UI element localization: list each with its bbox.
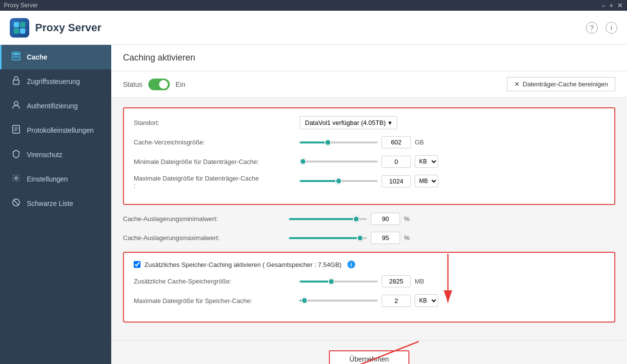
- max-file-unit-select[interactable]: MB GB: [415, 175, 438, 187]
- sidebar-item-cache[interactable]: Cache: [0, 45, 111, 69]
- shield-icon: [11, 149, 21, 160]
- auslagerungs-max-slider[interactable]: [289, 237, 367, 239]
- cache-dir-unit: GB: [415, 139, 429, 146]
- min-file-input[interactable]: [382, 156, 411, 168]
- max-speicher-row: Maximale Dateigröße für Speicher-Cache: …: [134, 294, 605, 307]
- status-bar: Status Ein ✕ Datenträger-Cache bereinige…: [111, 71, 627, 98]
- auslagerungs-max-control: %: [289, 232, 615, 244]
- section-title: Caching aktivieren: [123, 53, 195, 62]
- max-file-input[interactable]: [382, 175, 411, 187]
- cache-dir-input[interactable]: [382, 136, 411, 148]
- max-speicher-control: KB MB: [300, 294, 605, 307]
- info-icon[interactable]: i: [606, 22, 617, 34]
- logo-icon: [10, 18, 29, 38]
- speicher-checkbox[interactable]: [134, 261, 141, 268]
- clear-cache-label: Datenträger-Cache bereinigen: [523, 81, 608, 88]
- auslagerungs-max-input[interactable]: [371, 232, 400, 244]
- auslagerungs-min-slider[interactable]: [289, 218, 367, 220]
- auslagerungs-min-unit: %: [404, 215, 419, 222]
- standort-dropdown[interactable]: DataVol1 verfügbar (4.05TB) ▾: [300, 116, 397, 129]
- toggle-switch[interactable]: [148, 79, 170, 90]
- dropdown-arrow-icon: ▾: [388, 119, 392, 126]
- sidebar-label-virenschutz: Virenschutz: [27, 151, 62, 159]
- info-tooltip-icon[interactable]: i: [347, 261, 355, 268]
- auslagerungs-min-label: Cache-Auslagerungsminimalwert:: [123, 215, 289, 222]
- user-icon: [11, 101, 21, 111]
- max-speicher-label: Maximale Dateigröße für Speicher-Cache:: [134, 297, 300, 304]
- app-logo: Proxy Server: [10, 18, 101, 38]
- maximize-button[interactable]: +: [609, 1, 613, 9]
- cache-dir-label: Cache-Verzeichnisgröße:: [134, 139, 300, 146]
- clear-cache-button[interactable]: ✕ Datenträger-Cache bereinigen: [507, 77, 615, 91]
- speicher-checkbox-row: Zusätzliches Speicher-Caching aktivieren…: [134, 261, 605, 268]
- auslagerungs-min-row: Cache-Auslagerungsminimalwert: %: [123, 213, 615, 225]
- titlebar-controls: – + ✕: [602, 1, 623, 9]
- sidebar-label-schwarze-liste: Schwarze Liste: [27, 200, 73, 207]
- main-layout: Cache Zugriffssteuerung Authentifizierun…: [0, 45, 627, 364]
- apply-button[interactable]: Übernehmen: [329, 350, 409, 364]
- sidebar-item-einstellungen[interactable]: Einstellungen: [0, 167, 111, 191]
- toggle-slider: [148, 79, 170, 90]
- unfenced-rows: Cache-Auslagerungsminimalwert: % Cache-A…: [123, 213, 615, 244]
- content-area: Caching aktivieren Status Ein ✕ Datenträ…: [111, 45, 627, 364]
- standort-label: Standort:: [134, 119, 300, 126]
- svg-rect-3: [20, 28, 25, 34]
- cache-dir-slider[interactable]: [300, 142, 378, 143]
- auslagerungs-max-unit: %: [404, 234, 419, 242]
- speicher-groesse-input[interactable]: [382, 275, 411, 287]
- section-header: Caching aktivieren: [111, 45, 627, 71]
- protokoll-icon: [11, 125, 21, 136]
- sidebar-item-zugriffssteuerung[interactable]: Zugriffssteuerung: [0, 69, 111, 94]
- standort-control: DataVol1 verfügbar (4.05TB) ▾: [300, 116, 605, 129]
- close-button[interactable]: ✕: [617, 1, 623, 9]
- cache-settings-box: Standort: DataVol1 verfügbar (4.05TB) ▾ …: [123, 107, 615, 205]
- max-speicher-slider[interactable]: [300, 300, 378, 302]
- min-file-slider[interactable]: [300, 161, 378, 162]
- speicher-groesse-unit: MB: [415, 278, 429, 285]
- titlebar: Proxy Server – + ✕: [0, 0, 627, 11]
- status-label: Status: [123, 81, 142, 88]
- max-file-slider[interactable]: [300, 180, 378, 182]
- standort-value: DataVol1 verfügbar (4.05TB): [305, 119, 385, 126]
- cache-dir-control: GB: [300, 136, 605, 148]
- svg-rect-6: [13, 56, 19, 58]
- titlebar-title: Proxy Server: [4, 2, 38, 9]
- min-file-row: Minimale Dateigröße für Datenträger-Cach…: [134, 155, 605, 168]
- max-speicher-unit-select[interactable]: KB MB: [415, 294, 438, 307]
- header-icons: ? i: [586, 22, 617, 34]
- sidebar-item-authentifizierung[interactable]: Authentifizierung: [0, 94, 111, 118]
- sidebar: Cache Zugriffssteuerung Authentifizierun…: [0, 45, 111, 364]
- min-file-control: KB MB: [300, 155, 605, 168]
- svg-rect-1: [20, 22, 25, 27]
- app-header: Proxy Server ? i: [0, 11, 627, 45]
- sidebar-item-schwarze-liste[interactable]: Schwarze Liste: [0, 191, 111, 216]
- minimize-button[interactable]: –: [602, 1, 606, 9]
- sidebar-label-cache: Cache: [27, 53, 47, 61]
- max-file-label: Maximale Dateigröße für Datenträger-Cach…: [134, 175, 300, 189]
- sidebar-label-einstellungen: Einstellungen: [27, 175, 68, 183]
- speicher-groesse-control: MB: [300, 275, 605, 287]
- auslagerungs-max-label: Cache-Auslagerungsmaximalwert:: [123, 234, 289, 242]
- speicher-groesse-label: Zusätzliche Cache-Speichergröße:: [134, 278, 300, 285]
- min-file-unit-select[interactable]: KB MB: [415, 155, 438, 168]
- help-icon[interactable]: ?: [586, 22, 598, 34]
- settings-icon: [11, 174, 21, 184]
- speicher-groesse-row: Zusätzliche Cache-Speichergröße: MB: [134, 275, 605, 287]
- svg-rect-5: [13, 53, 19, 55]
- sidebar-item-virenschutz[interactable]: Virenschutz: [0, 142, 111, 167]
- auslagerungs-min-control: %: [289, 213, 615, 225]
- toggle-on-text: Ein: [176, 81, 185, 88]
- svg-rect-0: [14, 22, 19, 27]
- max-file-row: Maximale Dateigröße für Datenträger-Cach…: [134, 175, 605, 189]
- svg-point-8: [14, 101, 18, 105]
- standort-row: Standort: DataVol1 verfügbar (4.05TB) ▾: [134, 116, 605, 129]
- auslagerungs-min-input[interactable]: [371, 213, 400, 225]
- auslagerungs-max-row: Cache-Auslagerungsmaximalwert: %: [123, 232, 615, 244]
- svg-line-15: [14, 200, 19, 205]
- status-left: Status Ein: [123, 79, 185, 90]
- max-file-control: MB GB: [300, 175, 605, 187]
- max-speicher-input[interactable]: [382, 295, 411, 307]
- speicher-groesse-slider[interactable]: [300, 281, 378, 283]
- sidebar-label-authentifizierung: Authentifizierung: [27, 102, 78, 110]
- sidebar-item-protokolleinstellungen[interactable]: Protokolleinstellungen: [0, 118, 111, 142]
